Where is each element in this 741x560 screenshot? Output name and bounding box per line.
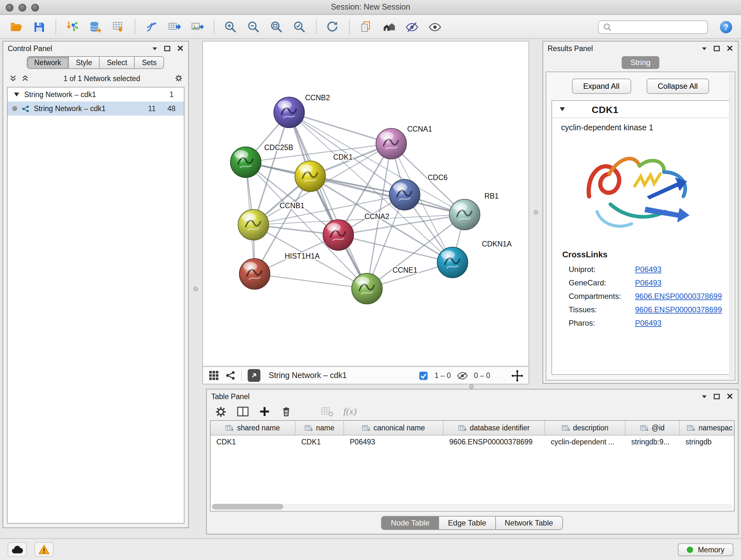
hide-selected-button[interactable] [403,18,421,36]
help-button[interactable]: ? [719,19,733,34]
table-cell[interactable]: cyclin-dependent ... [545,435,625,449]
network-canvas[interactable]: CCNB2CCNA1CDC25BCDK1CDC6RB1CCNB1CCNA2CDK… [202,41,529,367]
column-header-shared-name[interactable]: shared name [211,421,295,435]
save-session-button[interactable] [30,18,48,36]
tree-row-network[interactable]: String Network – cdk1 11 48 [8,102,184,116]
tab-style[interactable]: Style [68,56,100,69]
network-edge[interactable] [255,274,367,289]
crosslink-value-link[interactable]: P06493 [635,278,662,287]
panel-menu-icon[interactable] [700,392,708,400]
warnings-button[interactable] [35,542,54,557]
export-network-button[interactable] [166,18,183,36]
network-node-CCNE1[interactable] [352,273,382,304]
network-node-CCNB1[interactable] [238,209,269,240]
horizontal-scrollbar-thumb[interactable] [212,504,283,509]
panel-float-icon[interactable] [713,392,721,400]
open-session-button[interactable] [8,18,25,36]
pan-crosshair-icon[interactable] [511,372,523,379]
tab-edge-table[interactable]: Edge Table [439,516,496,530]
zoom-out-button[interactable] [245,18,262,36]
panel-menu-icon[interactable] [151,44,158,52]
network-node-CDKN1A[interactable] [437,247,468,278]
panel-float-icon[interactable] [713,44,721,52]
column-header-namespac[interactable]: namespac [680,421,735,435]
tab-string[interactable]: String [622,56,660,69]
column-header-canonical-name[interactable]: canonical name [344,421,444,435]
add-column-icon[interactable] [259,406,271,418]
collapse-all-button[interactable]: Collapse All [646,78,709,94]
section-disclosure-icon[interactable] [560,107,565,111]
network-node-HIST1H1A[interactable] [239,259,270,289]
tab-node-table[interactable]: Node Table [381,516,439,530]
tab-select[interactable]: Select [99,56,135,69]
left-splitter-handle[interactable] [193,287,198,291]
import-table-button[interactable] [110,18,127,36]
column-header-name[interactable]: name [295,421,344,435]
table-cell[interactable]: stringdb:9... [625,435,680,449]
import-network-database-button[interactable] [87,18,104,36]
network-node-CDC6[interactable] [389,179,420,210]
network-node-RB1[interactable] [449,199,480,230]
column-header-description[interactable]: description [545,421,625,435]
table-settings-gear-icon[interactable] [214,406,226,418]
table-cell[interactable]: 9606.ENSP00000378699 [444,435,545,449]
tree-row-collection[interactable]: String Network – cdk1 1 [8,87,184,102]
collapse-all-tree-icon[interactable] [9,74,17,82]
expand-all-button[interactable]: Expand All [572,78,631,94]
delete-column-trash-icon[interactable] [280,406,292,418]
network-node-CDK1[interactable] [295,161,326,192]
refresh-button[interactable] [324,18,341,36]
tab-network[interactable]: Network [26,56,69,69]
network-graph[interactable]: CCNB2CCNA1CDC25BCDK1CDC6RB1CCNB1CCNA2CDK… [203,42,529,366]
column-header-label: database identifier [470,424,530,432]
network-edge[interactable] [289,112,391,144]
table-cell[interactable]: P06493 [344,435,444,449]
network-node-CDC25B[interactable] [230,147,261,178]
search-input[interactable] [615,22,703,31]
column-header-database-identifier[interactable]: database identifier [444,421,545,435]
control-panel-title: Control Panel [8,44,52,52]
column-header--id[interactable]: @id [625,421,680,435]
zoom-fit-button[interactable] [268,18,285,36]
crosslink-value-link[interactable]: 9606.ENSP00000378699 [635,305,722,314]
selected-checkbox-icon[interactable] [419,372,429,379]
network-edge[interactable] [289,112,367,289]
cloud-sync-button[interactable] [8,542,27,557]
table-cell[interactable]: CDK1 [295,435,344,449]
tab-network-table[interactable]: Network Table [495,516,563,530]
table-row[interactable]: CDK1CDK1P064939606.ENSP00000378699cyclin… [211,435,734,449]
crosslink-value-link[interactable]: P06493 [635,318,662,327]
duplicate-document-button[interactable] [357,18,375,36]
results-scrollbar[interactable] [729,73,733,379]
gear-icon[interactable] [175,74,183,82]
zoom-in-button[interactable] [222,18,239,36]
show-all-button[interactable] [426,18,444,36]
export-image-button[interactable] [189,18,206,36]
table-cell[interactable]: CDK1 [211,435,295,449]
panel-float-icon[interactable] [163,44,171,52]
panel-close-icon[interactable] [726,44,733,52]
import-network-file-button[interactable] [64,18,81,36]
show-columns-icon[interactable] [236,406,249,418]
panel-close-icon[interactable] [176,44,184,52]
expand-all-tree-icon[interactable] [21,74,29,82]
network-node-CCNB2[interactable] [274,97,305,128]
network-overview-icon[interactable] [225,372,235,379]
right-splitter-handle[interactable] [534,210,538,214]
crosslink-value-link[interactable]: 9606.ENSP00000378699 [635,292,722,300]
disclosure-triangle-icon[interactable] [14,92,19,97]
network-node-CCNA2[interactable] [323,220,354,250]
crosslink-value-link[interactable]: P06493 [635,265,662,273]
birdseye-view-icon[interactable] [208,372,219,379]
open-external-icon[interactable] [248,369,260,382]
panel-close-icon[interactable] [726,392,733,400]
panel-menu-icon[interactable] [700,44,708,52]
zoom-selected-button[interactable] [291,18,308,36]
network-node-CCNA1[interactable] [376,128,407,159]
table-cell[interactable]: stringdb [680,435,735,449]
bottom-splitter-handle[interactable] [469,384,474,389]
clone-network-button[interactable] [143,18,160,36]
tab-sets[interactable]: Sets [134,56,164,69]
memory-button[interactable]: Memory [678,543,733,556]
first-neighbors-button[interactable] [381,18,398,36]
